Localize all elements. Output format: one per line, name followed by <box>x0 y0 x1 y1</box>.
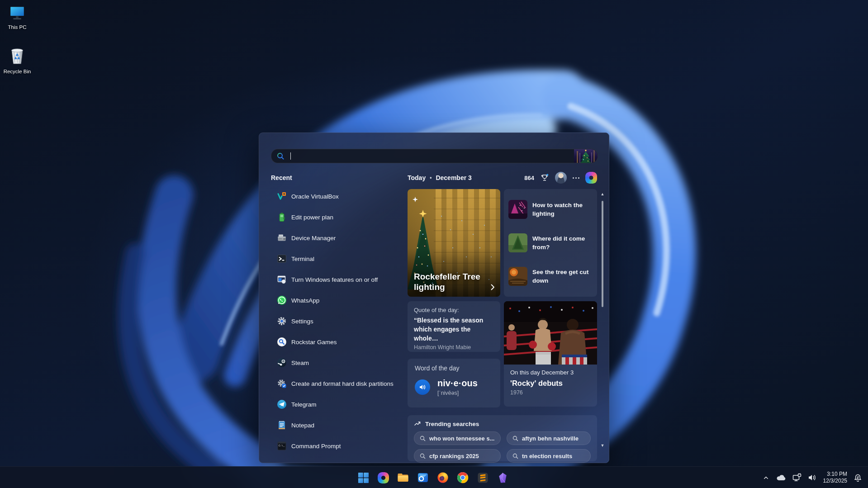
rewards-points[interactable]: 864 <box>524 175 534 181</box>
quote-of-the-day-card[interactable]: Quote of the day: “Blessed is the season… <box>408 301 500 352</box>
search-flyout: Recent Oracle VirtualBox Edit power plan… <box>259 133 609 463</box>
scroll-up-icon[interactable]: ▲ <box>600 192 605 196</box>
this-pc-icon <box>8 5 26 21</box>
quote-author: Hamilton Wright Mabie <box>414 344 494 351</box>
recent-item-label: Rockstar Games <box>291 339 337 346</box>
recent-item-label: WhatsApp <box>291 297 319 304</box>
recent-item-edit-power-plan[interactable]: Edit power plan <box>259 207 395 227</box>
recent-item-oracle-virtualbox[interactable]: Oracle VirtualBox <box>259 186 395 207</box>
taskbar-copilot[interactable] <box>376 469 390 487</box>
related-stories-card: How to watch the lighting Where did it c… <box>504 189 597 297</box>
taskbar-sublime-text[interactable] <box>476 469 489 487</box>
speaker-icon <box>419 384 426 391</box>
taskbar-chrome[interactable] <box>456 469 470 487</box>
trending-search-pill[interactable]: aftyn behn nashville <box>507 431 591 445</box>
trending-search-pill[interactable]: tn election results <box>507 449 591 463</box>
recent-item-label: Telegram <box>291 401 317 408</box>
recent-item-disk-partitions[interactable]: Create and format hard disk partitions <box>259 373 395 394</box>
file-explorer-icon <box>397 472 409 483</box>
recent-item-whatsapp[interactable]: WhatsApp <box>259 290 395 311</box>
seasonal-search-art[interactable] <box>574 149 598 163</box>
tray-time: 3:10 PM <box>823 471 847 478</box>
whatsapp-icon <box>276 295 287 306</box>
trending-searches-card: Trending searches who won tennessee s...… <box>408 415 597 461</box>
scrollbar[interactable]: ▲ ▼ <box>600 192 605 450</box>
related-item[interactable]: See the tree get cut down <box>504 267 597 286</box>
desktop-icon-label: Recycle Bin <box>4 69 31 74</box>
header-separator: • <box>430 175 432 181</box>
christmas-tree-art <box>574 149 598 163</box>
power-plan-icon <box>276 212 287 223</box>
recent-item-windows-features[interactable]: Turn Windows features on or off <box>259 269 395 290</box>
recent-item-device-manager[interactable]: Device Manager <box>259 227 395 248</box>
related-item-title: See the tree get cut down <box>532 268 593 285</box>
recent-item-label: Steam <box>291 360 309 366</box>
related-item-title: How to watch the lighting <box>532 201 593 218</box>
related-item[interactable]: How to watch the lighting <box>504 200 597 219</box>
pronounce-button[interactable] <box>415 379 430 395</box>
taskbar-obsidian[interactable] <box>496 469 509 487</box>
recent-item-notepad[interactable]: Notepad <box>259 415 395 436</box>
more-options-icon[interactable] <box>573 177 579 179</box>
recycle-bin-icon <box>9 47 25 65</box>
chevron-right-icon[interactable] <box>489 283 497 291</box>
recent-item-rockstar-games[interactable]: Rockstar Games <box>259 332 395 352</box>
onedrive-icon[interactable] <box>776 474 786 481</box>
trending-search-pill[interactable]: cfp rankings 2025 <box>414 449 501 463</box>
copilot-icon[interactable] <box>585 172 597 184</box>
on-this-day-title: 'Rocky' debuts <box>510 379 591 388</box>
desktop-screen: { "desktop": { "icons": [ {"label": "Thi… <box>0 0 868 488</box>
taskbar-file-explorer[interactable] <box>396 469 410 487</box>
desktop-icon-this-pc[interactable]: This PC <box>0 5 34 30</box>
today-date: December 3 <box>436 174 471 181</box>
command-prompt-icon: C:\_ <box>276 441 287 451</box>
notifications-bell-icon[interactable] <box>854 474 862 482</box>
related-thumbnail-origin <box>508 233 527 252</box>
today-header: Today • December 3 <box>408 174 472 181</box>
recent-item-label: Oracle VirtualBox <box>291 193 339 200</box>
on-this-day-year: 1976 <box>510 389 591 396</box>
scroll-down-icon[interactable]: ▼ <box>600 443 605 448</box>
related-item[interactable]: Where did it come from? <box>504 233 597 252</box>
recent-item-label: Turn Windows features on or off <box>291 276 378 283</box>
volume-icon[interactable] <box>808 474 817 482</box>
recent-section-title: Recent <box>271 174 292 181</box>
tray-chevron-up-icon[interactable] <box>763 474 769 481</box>
word-label: Word of the day <box>415 365 493 372</box>
hero-card-rockefeller[interactable]: Rockefeller Tree lighting <box>408 189 500 297</box>
system-tray: 3:10 PM 12/3/2025 <box>763 467 868 488</box>
trending-search-pill[interactable]: who won tennessee s... <box>414 431 501 445</box>
recent-item-terminal[interactable]: Terminal <box>259 248 395 269</box>
device-manager-icon <box>276 232 287 243</box>
taskbar-clock[interactable]: 3:10 PM 12/3/2025 <box>823 471 847 484</box>
taskbar-firefox[interactable] <box>436 469 450 487</box>
on-this-day-label: On this day December 3 <box>510 369 591 376</box>
desktop-icon-recycle-bin[interactable]: Recycle Bin <box>0 47 34 74</box>
quote-label: Quote of the day: <box>414 307 494 313</box>
scrollbar-thumb[interactable] <box>602 201 603 307</box>
steam-icon <box>276 357 287 368</box>
on-this-day-card[interactable]: On this day December 3 'Rocky' debuts 19… <box>504 301 597 407</box>
start-button[interactable] <box>356 469 370 487</box>
search-input[interactable] <box>290 149 564 163</box>
recent-item-command-prompt[interactable]: C:\_ Command Prompt <box>259 436 395 456</box>
network-icon[interactable] <box>792 473 802 482</box>
windows-features-icon <box>276 274 287 285</box>
user-avatar[interactable] <box>555 172 567 184</box>
word-pronunciation: [ˈnivēəs] <box>437 390 478 396</box>
recent-item-telegram[interactable]: Telegram <box>259 394 395 415</box>
recent-item-label: Settings <box>291 318 313 325</box>
trending-title: Trending searches <box>425 421 479 427</box>
recent-item-settings[interactable]: Settings <box>259 311 395 332</box>
recent-item-label: Terminal <box>291 256 314 262</box>
word-of-the-day-card[interactable]: Word of the day niv·e·ous [ˈnivēəs] <box>408 359 500 407</box>
terminal-icon <box>276 253 287 264</box>
quote-text: “Blessed is the season which engages the… <box>414 316 494 343</box>
obsidian-icon <box>497 472 508 483</box>
trending-search-label: tn election results <box>522 453 572 460</box>
taskbar-outlook[interactable] <box>416 469 430 487</box>
recent-item-steam[interactable]: Steam <box>259 352 395 373</box>
search-box[interactable] <box>271 149 598 163</box>
rewards-trophy-icon[interactable] <box>540 173 549 182</box>
chrome-icon <box>457 472 469 483</box>
